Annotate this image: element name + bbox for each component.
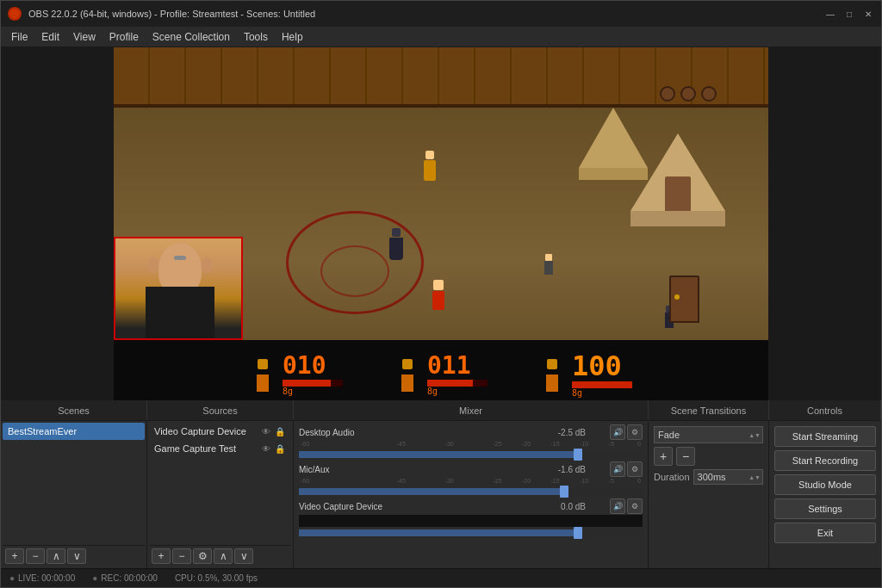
- title-bar: OBS 22.0.2 (64-bit, windows) - Profile: …: [1, 1, 881, 27]
- game-canvas: 010 8g 011: [114, 47, 768, 400]
- vcd-meter: [299, 515, 643, 527]
- desktop-slider-thumb[interactable]: [574, 449, 582, 461]
- mixer-channel-desktop-header: Desktop Audio -2.5 dB 🔊 ⚙: [299, 424, 643, 440]
- desktop-mute-btn[interactable]: 🔊: [610, 424, 625, 440]
- menu-profile[interactable]: Profile: [102, 28, 146, 46]
- source-list: Video Capture Device 👁 🔒 Game Capture Te…: [149, 423, 291, 545]
- hud-label-1: 8g: [283, 387, 293, 396]
- sources-remove-button[interactable]: −: [172, 548, 191, 564]
- sources-toolbar: + − ⚙ ∧ ∨: [149, 545, 291, 566]
- rec-indicator: ●: [92, 573, 97, 583]
- tent-left: [579, 108, 648, 180]
- minimize-button[interactable]: —: [824, 8, 836, 20]
- close-button[interactable]: ✕: [862, 8, 874, 20]
- sources-up-button[interactable]: ∧: [214, 548, 233, 564]
- sources-add-button[interactable]: +: [152, 548, 171, 564]
- hud-player-3: 100 8g: [539, 352, 632, 398]
- hud-hp-3: 100: [572, 352, 622, 380]
- source-eye-icon-1[interactable]: 👁: [260, 425, 272, 437]
- preview-area: 010 8g 011: [1, 47, 881, 400]
- rec-time: REC: 00:00:00: [101, 573, 158, 583]
- window-title: OBS 22.0.2 (64-bit, windows) - Profile: …: [28, 9, 817, 19]
- blood-circle-2: [320, 245, 389, 297]
- menu-help[interactable]: Help: [275, 28, 310, 46]
- status-bar: ● LIVE: 00:00:00 ● REC: 00:00:00 CPU: 0.…: [1, 568, 881, 587]
- transition-select[interactable]: Fade Cut Swipe Slide: [654, 426, 763, 443]
- status-rec: ● REC: 00:00:00: [92, 573, 158, 583]
- sources-down-button[interactable]: ∨: [234, 548, 253, 564]
- source-name-game: Game Capture Test: [154, 443, 236, 454]
- hud-bar-fill-3: [572, 381, 632, 388]
- door: [669, 275, 699, 323]
- mic-mute-btn[interactable]: 🔊: [610, 461, 625, 477]
- scenes-down-button[interactable]: ∨: [67, 548, 86, 564]
- menu-tools[interactable]: Tools: [237, 28, 275, 46]
- status-cpu: CPU: 0.5%, 30.00 fps: [175, 573, 258, 583]
- source-eye-icon-2[interactable]: 👁: [260, 443, 272, 455]
- desktop-audio-label: Desktop Audio: [299, 428, 355, 437]
- duration-input[interactable]: [693, 469, 763, 485]
- desktop-audio-db: -2.5 dB: [558, 428, 586, 437]
- exit-button[interactable]: Exit: [774, 523, 876, 543]
- menu-view[interactable]: View: [66, 28, 102, 46]
- sprite-2: [389, 228, 403, 260]
- obs-window: OBS 22.0.2 (64-bit, windows) - Profile: …: [0, 0, 882, 588]
- source-item-video-capture[interactable]: Video Capture Device 👁 🔒: [149, 423, 291, 440]
- source-item-game-capture[interactable]: Game Capture Test 👁 🔒: [149, 440, 291, 457]
- hud-char-2: [394, 357, 420, 392]
- hud-char-3: [539, 357, 565, 392]
- mic-channel-btns: 🔊 ⚙: [610, 461, 643, 477]
- source-lock-icon-2[interactable]: 🔒: [274, 443, 286, 455]
- source-lock-icon-1[interactable]: 🔒: [274, 425, 286, 437]
- live-time: LIVE: 00:00:00: [18, 573, 75, 583]
- hud-bar-fill-1: [283, 380, 331, 387]
- status-live: ● LIVE: 00:00:00: [9, 573, 75, 583]
- sprite-1: [424, 151, 436, 181]
- studio-mode-button[interactable]: Studio Mode: [774, 474, 876, 495]
- live-indicator: ●: [9, 573, 15, 583]
- menu-scene-collection[interactable]: Scene Collection: [146, 28, 237, 46]
- desktop-channel-btns: 🔊 ⚙: [610, 424, 643, 440]
- scenes-remove-button[interactable]: −: [26, 548, 45, 564]
- scene-item-best-stream[interactable]: BestStreamEver: [3, 423, 145, 440]
- scenes-add-button[interactable]: +: [5, 548, 24, 564]
- game-hud: 010 8g 011: [114, 340, 768, 400]
- maximize-button[interactable]: □: [843, 8, 855, 20]
- scenes-header: Scenes: [1, 400, 147, 420]
- transitions-panel: Fade Cut Swipe Slide + − Duration: [649, 421, 769, 568]
- hud-bar-3: [572, 381, 632, 388]
- panel-headers: Scenes Sources Mixer Scene Transitions C…: [1, 400, 881, 421]
- desktop-settings-btn[interactable]: ⚙: [627, 424, 643, 440]
- controls-panel: Start Streaming Start Recording Studio M…: [769, 421, 881, 568]
- duration-label: Duration: [654, 472, 690, 482]
- start-recording-button[interactable]: Start Recording: [774, 450, 876, 471]
- sources-gear-button[interactable]: ⚙: [193, 548, 212, 564]
- hud-player-2: 011 8g: [394, 354, 488, 396]
- mic-slider-thumb[interactable]: [560, 486, 568, 498]
- vcd-settings-btn[interactable]: ⚙: [627, 498, 643, 514]
- duration-input-wrap: [693, 469, 763, 485]
- menu-file[interactable]: File: [4, 28, 34, 46]
- vcd-label: Video Capture Device: [299, 502, 382, 511]
- source-icons-2: 👁 🔒: [260, 443, 286, 455]
- mic-settings-btn[interactable]: ⚙: [627, 461, 643, 477]
- scenes-up-button[interactable]: ∧: [47, 548, 65, 564]
- menu-edit[interactable]: Edit: [34, 28, 66, 46]
- transition-remove-btn[interactable]: −: [676, 447, 695, 466]
- hud-bar-fill-2: [427, 380, 473, 387]
- vcd-slider-thumb[interactable]: [574, 527, 582, 539]
- transition-add-btn[interactable]: +: [654, 447, 673, 466]
- mixer-panel: Desktop Audio -2.5 dB 🔊 ⚙ -60-45-30-25-2…: [294, 421, 649, 568]
- settings-button[interactable]: Settings: [774, 498, 876, 519]
- menu-bar: File Edit View Profile Scene Collection …: [1, 27, 881, 47]
- hud-stats-1: 010 8g: [283, 354, 343, 396]
- app-icon: [8, 7, 22, 21]
- vcd-mute-btn[interactable]: 🔊: [610, 498, 625, 514]
- transition-buttons: + −: [654, 447, 763, 466]
- mixer-channel-vcd: Video Capture Device 0.0 dB 🔊 ⚙: [299, 498, 643, 536]
- hud-player-1: 010 8g: [250, 354, 343, 396]
- scenes-panel: BestStreamEver + − ∧ ∨: [1, 421, 147, 568]
- cpu-info: CPU: 0.5%, 30.00 fps: [175, 573, 258, 583]
- transitions-header: Scene Transitions: [649, 400, 769, 420]
- start-streaming-button[interactable]: Start Streaming: [774, 426, 876, 447]
